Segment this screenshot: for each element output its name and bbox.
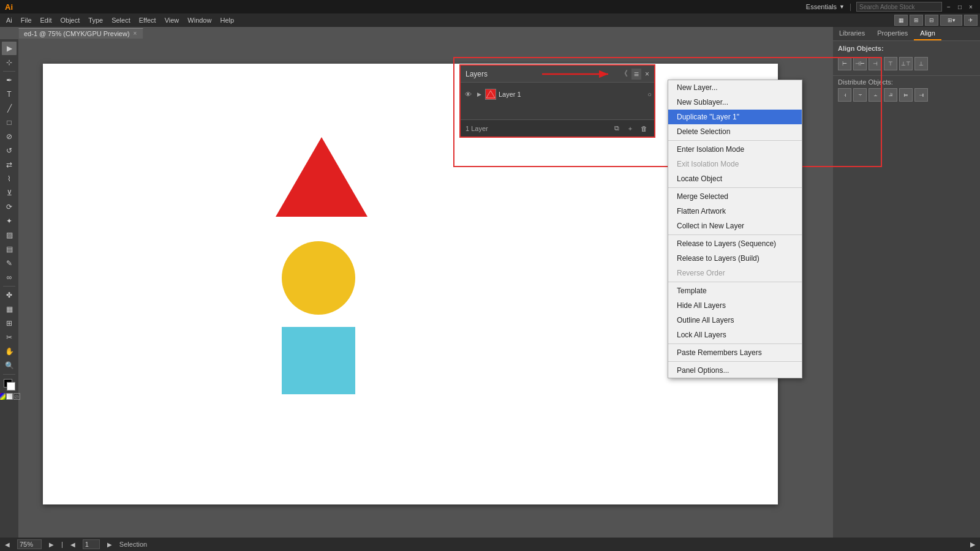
tool-type[interactable]: T: [2, 88, 17, 101]
dist-bottom[interactable]: ⫣: [914, 88, 928, 102]
ctx-template[interactable]: Template: [668, 283, 802, 298]
tool-puppet[interactable]: ✦: [2, 214, 17, 228]
page-input[interactable]: [83, 539, 100, 549]
tool-line[interactable]: ╱: [2, 102, 17, 115]
maximize-button[interactable]: □: [956, 2, 964, 11]
toolbar-btn-2[interactable]: ⊞: [910, 15, 923, 26]
ctx-enter-isolation[interactable]: Enter Isolation Mode: [668, 142, 802, 157]
tool-zoom[interactable]: 🔍: [2, 359, 17, 372]
tool-symbol[interactable]: ✤: [2, 288, 17, 302]
layer-create-clip-btn[interactable]: ⧉: [611, 123, 622, 134]
menu-view[interactable]: View: [161, 15, 183, 25]
align-center-h[interactable]: ⊣⊢: [853, 57, 867, 70]
toolbar-btn-1[interactable]: ▦: [894, 15, 908, 26]
search-input[interactable]: [856, 2, 942, 12]
tool-slice[interactable]: ✂: [2, 331, 17, 344]
tool-mesh[interactable]: ▨: [2, 228, 17, 242]
menu-help[interactable]: Help: [216, 15, 238, 25]
status-arrow-left[interactable]: ◀: [5, 541, 10, 548]
dist-top[interactable]: ⫡: [884, 88, 897, 102]
page-next[interactable]: ▶: [107, 541, 112, 548]
ctx-new-sublayer[interactable]: New Sublayer...: [668, 95, 802, 110]
layer-visibility-btn[interactable]: 👁: [463, 89, 473, 99]
layer-name[interactable]: Layer 1: [499, 91, 645, 98]
align-left[interactable]: ⊢: [838, 57, 851, 70]
ctx-hide-all[interactable]: Hide All Layers: [668, 298, 802, 313]
status-arrow-right[interactable]: ▶: [49, 541, 54, 548]
ctx-flatten-artwork[interactable]: Flatten Artwork: [668, 204, 802, 219]
tool-artboard[interactable]: ⊞: [2, 317, 17, 330]
tool-column-graph[interactable]: ▦: [2, 302, 17, 316]
tool-rect[interactable]: □: [2, 116, 17, 129]
layer-delete-btn[interactable]: 🗑: [638, 123, 649, 134]
ctx-lock-all[interactable]: Lock All Layers: [668, 328, 802, 342]
tool-blend[interactable]: ∞: [2, 271, 17, 284]
menu-object[interactable]: Object: [56, 15, 83, 25]
tab-align[interactable]: Align: [914, 27, 941, 40]
tab-libraries[interactable]: Libraries: [833, 27, 871, 40]
tool-width[interactable]: ⌇: [2, 172, 17, 186]
menu-edit[interactable]: Edit: [37, 15, 56, 25]
align-center-v[interactable]: ⊥⊤: [899, 57, 913, 70]
tool-gradient[interactable]: ▤: [2, 242, 17, 256]
layer-expand-btn[interactable]: ▶: [475, 91, 483, 98]
tool-eyedropper[interactable]: ✎: [2, 257, 17, 270]
tool-free-transform[interactable]: ⟳: [2, 200, 17, 214]
close-button[interactable]: ×: [967, 2, 975, 11]
color-mode-btns: ⊘: [0, 393, 20, 400]
tab-properties[interactable]: Properties: [871, 27, 914, 40]
menu-ai[interactable]: Ai: [2, 15, 16, 25]
menu-effect[interactable]: Effect: [135, 15, 160, 25]
minimize-button[interactable]: −: [944, 2, 953, 11]
toolbar-btn-3[interactable]: ⊟: [925, 15, 938, 26]
fill-stroke-indicator[interactable]: [2, 378, 16, 391]
ctx-locate-object[interactable]: Locate Object: [668, 171, 802, 186]
ctx-panel-options[interactable]: Panel Options...: [668, 363, 802, 378]
layers-close-btn[interactable]: ×: [645, 70, 649, 78]
layer-lock-btn[interactable]: ○: [647, 91, 652, 98]
ctx-delete-selection[interactable]: Delete Selection: [668, 124, 802, 139]
color-btn[interactable]: [0, 393, 6, 400]
dropdown-icon[interactable]: ▼: [839, 4, 845, 10]
ctx-release-build[interactable]: Release to Layers (Build): [668, 251, 802, 266]
ctx-outline-all[interactable]: Outline All Layers: [668, 313, 802, 328]
ctx-release-sequence[interactable]: Release to Layers (Sequence): [668, 236, 802, 251]
menu-file[interactable]: File: [17, 15, 36, 25]
ctx-merge-selected[interactable]: Merge Selected: [668, 189, 802, 204]
layer-new-btn[interactable]: +: [625, 123, 636, 134]
ctx-new-layer[interactable]: New Layer...: [668, 80, 802, 95]
page-prev[interactable]: ◀: [70, 541, 75, 548]
tool-mirror[interactable]: ⇄: [2, 158, 17, 171]
essentials-label[interactable]: Essentials: [806, 3, 837, 10]
layers-menu-btn[interactable]: ≡: [631, 69, 641, 80]
dist-right[interactable]: ⫠: [869, 88, 882, 102]
tool-direct-select[interactable]: ⊹: [2, 56, 17, 69]
tool-rotate[interactable]: ↺: [2, 144, 17, 157]
tool-hand[interactable]: ✋: [2, 345, 17, 358]
layers-collapse-btn[interactable]: 《: [620, 69, 628, 79]
share-btn[interactable]: ✈: [964, 15, 978, 26]
tool-warp[interactable]: ⊻: [2, 186, 17, 200]
ctx-duplicate-layer[interactable]: Duplicate "Layer 1": [668, 110, 802, 124]
align-right[interactable]: ⊣: [869, 57, 882, 70]
ctx-paste-remembers[interactable]: Paste Remembers Layers: [668, 345, 802, 360]
dist-center-v[interactable]: ⫢: [899, 88, 913, 102]
doc-tab-close[interactable]: ×: [134, 30, 137, 37]
tool-divider-2: [3, 286, 15, 287]
menu-window[interactable]: Window: [184, 15, 215, 25]
ctx-collect-new-layer[interactable]: Collect in New Layer: [668, 219, 802, 233]
align-bottom[interactable]: ⊥: [914, 57, 928, 70]
align-top[interactable]: ⊤: [884, 57, 897, 70]
gradient-btn[interactable]: [6, 393, 13, 400]
zoom-input[interactable]: [17, 539, 42, 549]
menu-type[interactable]: Type: [85, 15, 107, 25]
arrange-btn[interactable]: ⊞▾: [940, 15, 962, 26]
menu-select[interactable]: Select: [108, 15, 134, 25]
none-btn[interactable]: ⊘: [13, 393, 20, 400]
dist-center-h[interactable]: ⫟: [853, 88, 867, 102]
tool-pen[interactable]: ✒: [2, 73, 17, 87]
dist-left[interactable]: ⫞: [838, 88, 851, 102]
tool-paint[interactable]: ⊘: [2, 130, 17, 143]
doc-tab-active[interactable]: ed-1 @ 75% (CMYK/GPU Preview) ×: [18, 28, 143, 39]
tool-select[interactable]: ▶: [2, 42, 17, 55]
